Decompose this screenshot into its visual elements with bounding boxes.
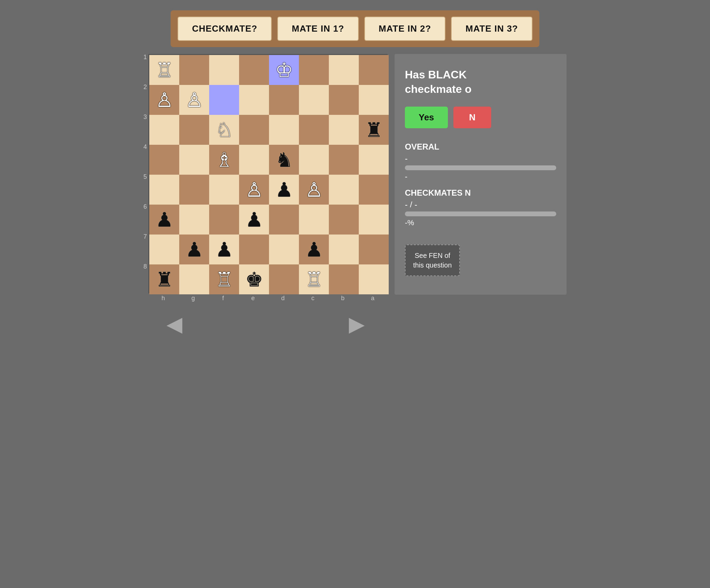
cell-r8-c7[interactable] (329, 264, 359, 294)
tab-mate2[interactable]: MATE IN 2? (364, 17, 446, 41)
cell-r3-c3[interactable]: ♘ (209, 115, 239, 145)
cell-r4-c6[interactable] (299, 145, 329, 175)
tab-mate3[interactable]: MATE IN 3? (451, 17, 532, 41)
cell-r3-c4[interactable] (239, 115, 269, 145)
cell-r4-c5[interactable]: ♞ (269, 145, 299, 175)
cell-r5-c1[interactable] (149, 175, 179, 205)
rank-label-7: 7 (143, 233, 147, 263)
cell-r6-c6[interactable] (299, 205, 329, 235)
file-label-c: c (298, 293, 328, 302)
cell-r2-c4[interactable] (239, 85, 269, 115)
cell-r7-c4[interactable] (239, 235, 269, 264)
cell-r2-c7[interactable] (329, 85, 359, 115)
cell-r2-c3[interactable] (209, 85, 239, 115)
cell-r5-c2[interactable] (179, 175, 209, 205)
overall-stats: OVERAL - - (405, 142, 556, 181)
piece-black-p-r5-c5: ♟ (275, 180, 293, 200)
cell-r1-c5[interactable]: ♔ (269, 55, 299, 85)
rank-label-4: 4 (143, 144, 147, 174)
cell-r1-c1[interactable]: ♖ (149, 55, 179, 85)
cell-r5-c7[interactable] (329, 175, 359, 205)
cell-r4-c3[interactable]: ♗ (209, 145, 239, 175)
cell-r8-c6[interactable]: ♖ (299, 264, 329, 294)
piece-black-n-r4-c5: ♞ (275, 150, 293, 170)
cell-r8-c1[interactable]: ♜ (149, 264, 179, 294)
checkmates-bar (405, 211, 556, 216)
cell-r5-c8[interactable] (359, 175, 389, 205)
cell-r4-c7[interactable] (329, 145, 359, 175)
cell-r7-c5[interactable] (269, 235, 299, 264)
piece-white-P-r2-c1: ♙ (155, 90, 173, 110)
cell-r8-c5[interactable] (269, 264, 299, 294)
cell-r4-c2[interactable] (179, 145, 209, 175)
cell-r7-c6[interactable]: ♟ (299, 235, 329, 264)
cell-r6-c8[interactable] (359, 205, 389, 235)
cell-r2-c1[interactable]: ♙ (149, 85, 179, 115)
prev-button[interactable]: ◀ (166, 314, 182, 335)
cell-r7-c1[interactable] (149, 235, 179, 264)
tab-checkmate[interactable]: CHECKMATE? (178, 17, 272, 41)
cell-r5-c6[interactable]: ♙ (299, 175, 329, 205)
rank-label-6: 6 (143, 204, 147, 233)
cell-r2-c5[interactable] (269, 85, 299, 115)
cell-r6-c2[interactable] (179, 205, 209, 235)
cell-r1-c7[interactable] (329, 55, 359, 85)
cell-r7-c2[interactable]: ♟ (179, 235, 209, 264)
checkmates-stats: CHECKMATES N - / - -% (405, 188, 556, 227)
cell-r4-c1[interactable] (149, 145, 179, 175)
tab-bar: CHECKMATE?MATE IN 1?MATE IN 2?MATE IN 3? (171, 10, 539, 47)
rank-labels: 12345678 (143, 54, 148, 304)
piece-white-P-r2-c2: ♙ (185, 90, 203, 110)
piece-white-R-r8-c6: ♖ (305, 270, 323, 290)
cell-r1-c2[interactable] (179, 55, 209, 85)
cell-r1-c3[interactable] (209, 55, 239, 85)
cell-r6-c3[interactable] (209, 205, 239, 235)
piece-black-p-r7-c3: ♟ (215, 240, 233, 260)
cell-r2-c8[interactable] (359, 85, 389, 115)
cell-r1-c8[interactable] (359, 55, 389, 85)
right-panel: Has BLACK checkmate o Yes N OVERAL - - C… (395, 54, 567, 295)
cell-r6-c5[interactable] (269, 205, 299, 235)
cell-r3-c8[interactable]: ♜ (359, 115, 389, 145)
piece-black-p-r7-c6: ♟ (305, 240, 323, 260)
cell-r2-c2[interactable]: ♙ (179, 85, 209, 115)
cell-r3-c5[interactable] (269, 115, 299, 145)
file-labels: hgfedcba (148, 293, 388, 302)
piece-black-r-r8-c1: ♜ (155, 270, 173, 290)
cell-r7-c7[interactable] (329, 235, 359, 264)
cell-r8-c4[interactable]: ♚ (239, 264, 269, 294)
cell-r5-c4[interactable]: ♙ (239, 175, 269, 205)
cell-r7-c8[interactable] (359, 235, 389, 264)
cell-r8-c2[interactable] (179, 264, 209, 294)
next-button[interactable]: ▶ (349, 314, 365, 335)
question-line1: Has BLACK (405, 68, 467, 81)
cell-r6-c4[interactable]: ♟ (239, 205, 269, 235)
checkmates-pct: -% (405, 218, 556, 227)
overall-label: OVERAL (405, 142, 556, 152)
cell-r5-c3[interactable] (209, 175, 239, 205)
no-button[interactable]: N (453, 107, 491, 128)
cell-r8-c8[interactable] (359, 264, 389, 294)
cell-r1-c4[interactable] (239, 55, 269, 85)
cell-r6-c7[interactable] (329, 205, 359, 235)
cell-r4-c4[interactable] (239, 145, 269, 175)
piece-black-p-r6-c1: ♟ (155, 210, 173, 230)
cell-r6-c1[interactable]: ♟ (149, 205, 179, 235)
piece-black-p-r7-c2: ♟ (185, 240, 203, 260)
main-area: 12345678 ♖♔♙♙♘♜♗♞♙♟♙♟♟♟♟♟♜♖♚♖ hgfedcba ◀… (143, 54, 567, 335)
see-fen-button[interactable]: See FEN ofthis question (405, 244, 460, 276)
cell-r3-c6[interactable] (299, 115, 329, 145)
cell-r3-c7[interactable] (329, 115, 359, 145)
cell-r3-c2[interactable] (179, 115, 209, 145)
cell-r8-c3[interactable]: ♖ (209, 264, 239, 294)
cell-r3-c1[interactable] (149, 115, 179, 145)
overall-pct: - (405, 172, 556, 181)
yes-button[interactable]: Yes (405, 107, 448, 128)
cell-r1-c6[interactable] (299, 55, 329, 85)
cell-r2-c6[interactable] (299, 85, 329, 115)
tab-mate1[interactable]: MATE IN 1? (277, 17, 359, 41)
cell-r7-c3[interactable]: ♟ (209, 235, 239, 264)
cell-r5-c5[interactable]: ♟ (269, 175, 299, 205)
piece-white-R-r8-c3: ♖ (215, 270, 233, 290)
cell-r4-c8[interactable] (359, 145, 389, 175)
